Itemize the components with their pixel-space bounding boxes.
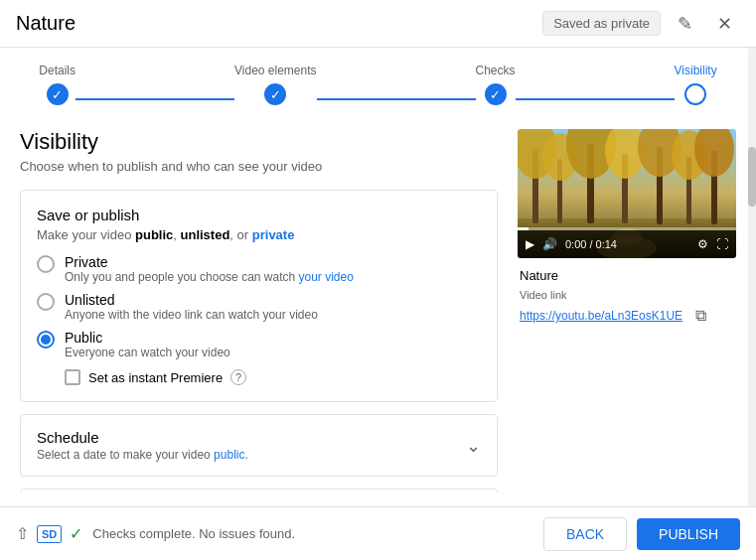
footer-icons: ⇧ SD ✓ (16, 524, 82, 543)
premiere-help-icon[interactable]: ? (230, 369, 246, 385)
upload-icon: ⇧ (16, 524, 29, 543)
close-icon: ✕ (717, 13, 732, 35)
desc-prefix: Make your video (37, 227, 135, 242)
video-title: Nature (520, 268, 734, 283)
step-visibility[interactable]: Visibility (675, 64, 717, 105)
menu-icon: ✎ (678, 13, 692, 35)
premiere-label: Set as instant Premiere (88, 370, 223, 385)
step-details[interactable]: Details ✓ (39, 64, 76, 105)
saved-as-private-button[interactable]: Saved as private (542, 11, 661, 36)
before-publish-box: Before you publish, check the following: (20, 489, 498, 492)
step-video-elements-label: Video elements (234, 64, 317, 77)
steps-bar: Details ✓ Video elements ✓ Checks ✓ Visi… (0, 48, 756, 113)
schedule-bold: public. (214, 448, 248, 462)
radio-unlisted-sublabel: Anyone with the video link can watch you… (65, 308, 318, 322)
menu-button[interactable]: ✎ (669, 8, 700, 40)
schedule-box[interactable]: Schedule Select a date to make your vide… (20, 414, 498, 477)
desc-comma: , (173, 227, 180, 242)
radio-private-circle (37, 255, 55, 273)
step-visibility-circle (684, 83, 706, 105)
right-panel: ▶ 🔊 0:00 / 0:14 ⚙ ⛶ Nature Video link ht… (518, 129, 736, 477)
save-publish-desc: Make your video public, unlisted, or pri… (37, 227, 481, 242)
settings-button[interactable]: ⚙ (697, 237, 708, 251)
radio-private-content: Private Only you and people you choose c… (65, 254, 354, 284)
step-checks-circle: ✓ (485, 83, 507, 105)
video-link-label: Video link (520, 289, 734, 301)
radio-unlisted-label: Unlisted (65, 292, 318, 308)
desc-options: public (135, 227, 173, 242)
save-publish-box: Save or publish Make your video public, … (20, 190, 498, 402)
step-video-elements[interactable]: Video elements ✓ (234, 64, 317, 105)
step-details-circle: ✓ (47, 83, 69, 105)
fullscreen-button[interactable]: ⛶ (716, 237, 728, 251)
radio-group: Private Only you and people you choose c… (37, 254, 481, 359)
header-actions: Saved as private ✎ ✕ (542, 8, 740, 40)
radio-public-label: Public (65, 330, 230, 346)
check-icon-3: ✓ (490, 88, 501, 101)
check-complete-icon: ✓ (70, 524, 82, 543)
radio-public-sublabel: Everyone can watch your video (65, 346, 230, 359)
radio-unlisted-content: Unlisted Anyone with the video link can … (65, 292, 318, 322)
radio-public-content: Public Everyone can watch your video (65, 330, 230, 359)
video-link-url[interactable]: https://youtu.be/aLn3EosK1UE (520, 309, 682, 323)
volume-button[interactable]: 🔊 (542, 237, 557, 251)
copy-link-button[interactable]: ⧉ (688, 304, 712, 328)
radio-private-sublabel: Only you and people you choose can watch… (65, 270, 354, 284)
desc-private: private (252, 227, 295, 242)
step-video-elements-circle: ✓ (264, 83, 286, 105)
save-publish-title: Save or publish (37, 207, 481, 223)
step-checks-label: Checks (476, 64, 516, 77)
radio-private[interactable]: Private Only you and people you choose c… (37, 254, 481, 284)
scrollbar-thumb[interactable] (748, 147, 756, 207)
radio-unlisted[interactable]: Unlisted Anyone with the video link can … (37, 292, 481, 322)
connector-3 (516, 98, 675, 100)
main-content: Visibility Choose when to publish and wh… (0, 113, 756, 492)
footer-status: Checks complete. No issues found. (92, 526, 533, 541)
video-preview: ▶ 🔊 0:00 / 0:14 ⚙ ⛶ (518, 129, 736, 258)
step-details-label: Details (39, 64, 76, 77)
visibility-title: Visibility (20, 129, 498, 155)
sd-badge: SD (37, 525, 62, 543)
left-panel: Visibility Choose when to publish and wh… (20, 129, 498, 477)
step-visibility-label: Visibility (675, 64, 717, 77)
premiere-row: Set as instant Premiere ? (65, 369, 481, 385)
schedule-content: Schedule Select a date to make your vide… (37, 429, 248, 462)
play-button[interactable]: ▶ (526, 237, 534, 251)
radio-public[interactable]: Public Everyone can watch your video (37, 330, 481, 359)
desc-unlisted: unlisted (181, 227, 230, 242)
step-checks[interactable]: Checks ✓ (476, 64, 516, 105)
connector-1 (76, 98, 234, 100)
video-link-row: https://youtu.be/aLn3EosK1UE ⧉ (520, 304, 734, 328)
publish-button[interactable]: PUBLISH (637, 518, 740, 550)
connector-2 (317, 98, 476, 100)
check-icon-2: ✓ (270, 88, 281, 101)
schedule-title: Schedule (37, 429, 248, 446)
header: Nature Saved as private ✎ ✕ (0, 0, 756, 48)
schedule-desc: Select a date to make your video public. (37, 448, 248, 462)
video-info: Nature Video link https://youtu.be/aLn3E… (518, 268, 736, 328)
desc-or: , or (229, 227, 251, 242)
schedule-desc-text: Select a date to make your video (37, 448, 214, 462)
page-title: Nature (16, 12, 76, 35)
video-controls: ▶ 🔊 0:00 / 0:14 ⚙ ⛶ (518, 230, 736, 258)
copy-icon: ⧉ (695, 307, 706, 325)
visibility-subtitle: Choose when to publish and who can see y… (20, 159, 498, 174)
back-button[interactable]: BACK (543, 517, 627, 551)
check-icon: ✓ (52, 88, 63, 101)
radio-private-label: Private (65, 254, 354, 270)
radio-unlisted-circle (37, 293, 55, 311)
schedule-chevron-icon: ⌄ (466, 435, 481, 457)
scrollbar-track (748, 48, 756, 506)
radio-public-circle (37, 331, 55, 349)
premiere-checkbox[interactable] (65, 369, 80, 385)
footer: ⇧ SD ✓ Checks complete. No issues found.… (0, 506, 756, 560)
time-display: 0:00 / 0:14 (565, 238, 617, 250)
close-button[interactable]: ✕ (708, 8, 740, 40)
